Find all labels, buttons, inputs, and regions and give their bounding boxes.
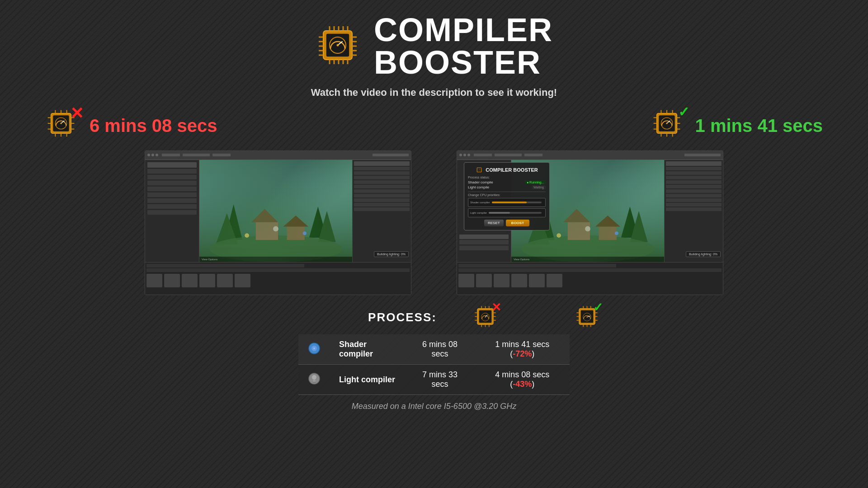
- ss-viewport-before: View Options: [199, 160, 352, 262]
- booster-light-label: Light compile: [468, 185, 489, 189]
- svg-rect-85: [599, 226, 617, 239]
- right-item: [666, 167, 722, 170]
- booster-panel-title: COMPILER BOOSTER: [468, 166, 546, 174]
- svg-point-41: [60, 122, 62, 124]
- reset-button[interactable]: RESET: [484, 220, 504, 226]
- svg-marker-62: [309, 206, 327, 238]
- svg-marker-60: [225, 204, 242, 240]
- svg-point-126: [313, 347, 315, 349]
- left-item: [459, 246, 509, 250]
- left-item: [459, 240, 509, 244]
- process-icon-after: ✓: [575, 304, 599, 331]
- light-time-after: 4 mins 08 secs (-43%): [475, 365, 570, 395]
- svg-rect-129: [313, 380, 316, 382]
- bottom-row: [146, 264, 304, 267]
- svg-rect-83: [568, 222, 590, 239]
- process-section: PROCESS:: [0, 304, 868, 411]
- shader-time-after: 1 mins 41 secs (-72%): [475, 334, 570, 365]
- toolbar-dot: [459, 154, 462, 156]
- svg-point-87: [557, 233, 561, 238]
- ss-right-panel-after: [664, 160, 723, 262]
- toolbar-dot: [156, 154, 158, 156]
- booster-panel: COMPILER BOOSTER Process status: Shader …: [464, 162, 550, 230]
- shader-time-before: 6 mins 08 secs: [405, 334, 475, 365]
- ss-left-items-after: [459, 235, 509, 250]
- booster-button-row: RESET BOOST: [468, 220, 546, 226]
- right-item: [666, 207, 722, 211]
- ss-left-panel-after: COMPILER BOOSTER Process status: Shader …: [457, 160, 511, 262]
- ss-main-before: View Options: [145, 160, 411, 262]
- svg-point-69: [245, 233, 249, 238]
- right-item: [354, 203, 410, 206]
- svg-point-106: [485, 317, 486, 318]
- booster-process-status: Process status:: [468, 176, 546, 179]
- check-mark-after: ✓: [678, 105, 689, 119]
- toolbar-dot: [151, 154, 154, 156]
- measured-text: Measured on a Intel core I5-6500 @3.20 G…: [352, 402, 516, 411]
- booster-light-status: Waiting: [532, 185, 546, 189]
- time-after-label: 1 mins 41 secs: [695, 116, 823, 136]
- booster-shader-row: Shader compile ● Running...: [468, 180, 546, 184]
- svg-point-88: [615, 231, 618, 235]
- light-percent: -43%: [513, 380, 532, 389]
- right-item: [666, 189, 722, 193]
- bottom-row: [458, 264, 616, 267]
- timing-section: ✕ 6 mins 08 secs: [0, 108, 868, 144]
- building-lighting-bar-before: Building lighting: 0%: [374, 251, 409, 257]
- light-icon-cell: [298, 365, 330, 395]
- timing-before-icon: ✕: [45, 108, 81, 144]
- svg-point-76: [479, 170, 480, 170]
- svg-rect-59: [199, 160, 352, 262]
- left-item: [147, 187, 197, 191]
- booster-cpu-label: Change CPU priorities:: [468, 192, 546, 197]
- svg-point-71: [273, 226, 278, 231]
- ss-thumbnail-row-after: [458, 274, 722, 287]
- svg-marker-86: [595, 216, 620, 227]
- right-item: [666, 171, 722, 175]
- right-item: [354, 198, 410, 202]
- svg-marker-63: [318, 211, 335, 242]
- timing-before: ✕ 6 mins 08 secs: [45, 108, 217, 144]
- timing-after-icon: ✓: [651, 108, 687, 144]
- svg-marker-84: [563, 209, 590, 222]
- right-item: [666, 198, 722, 202]
- toolbar-dot: [463, 154, 466, 156]
- process-header-row: PROCESS:: [269, 304, 599, 331]
- screenshot-after-inner: COMPILER BOOSTER Process status: Shader …: [457, 151, 723, 295]
- table-row-light: Light compiler 7 mins 33 secs 4 mins 08 …: [298, 365, 570, 395]
- booster-light-slider[interactable]: Light compiler: [468, 208, 546, 217]
- svg-rect-67: [287, 226, 305, 239]
- screenshots-section: View Options: [0, 150, 868, 295]
- bottom-row: [458, 268, 722, 272]
- svg-rect-65: [256, 222, 278, 239]
- timing-after: ✓ 1 mins 41 secs: [651, 108, 823, 144]
- building-lighting-bar-after: Building lighting: 0%: [686, 251, 721, 257]
- ss-toolbar-after: [457, 151, 723, 160]
- table-row-shader: Shader compiler 6 mins 08 secs 1 mins 41…: [298, 334, 570, 365]
- svg-marker-81: [630, 211, 647, 242]
- x-mark-before: ✕: [70, 105, 84, 122]
- ss-main-after: COMPILER BOOSTER Process status: Shader …: [457, 160, 723, 262]
- boost-button[interactable]: BOOST: [506, 220, 529, 226]
- toolbar-dot: [467, 154, 470, 156]
- left-item: [147, 192, 197, 197]
- booster-shader-slider[interactable]: Shader compiler: [468, 198, 546, 207]
- svg-marker-68: [283, 216, 308, 227]
- left-item: [147, 204, 197, 209]
- right-item: [666, 194, 722, 197]
- left-item: [147, 181, 197, 185]
- screenshot-before: View Options: [145, 150, 411, 295]
- toolbar-dot: [147, 154, 150, 156]
- right-item: [354, 180, 410, 184]
- shader-label: Shader compiler: [330, 334, 405, 365]
- right-item: [354, 207, 410, 211]
- svg-point-82: [521, 235, 655, 262]
- right-item: [666, 176, 722, 179]
- title-block: COMPILER BOOSTER: [374, 14, 553, 79]
- booster-light-row: Light compile Waiting: [468, 185, 546, 189]
- left-item: [147, 198, 197, 203]
- left-item: [147, 175, 197, 179]
- right-item: [354, 189, 410, 193]
- check-mark-process-after: ✓: [593, 300, 603, 314]
- right-item: [666, 185, 722, 188]
